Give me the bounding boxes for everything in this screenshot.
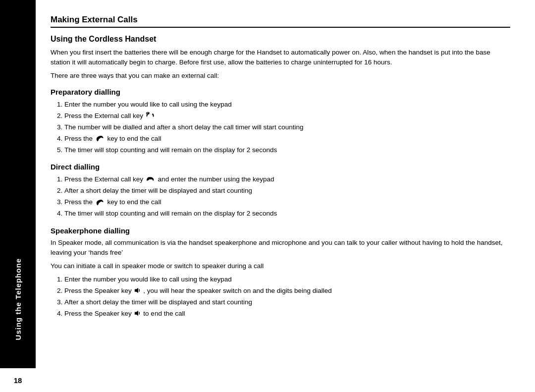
section4-para2: You can initiate a call in speaker mode … [51,261,510,271]
list-item: After a short delay the timer will be di… [64,185,510,197]
section1-para2: There are three ways that you can make a… [51,71,510,81]
list-item: Press the key to end the call [64,197,510,208]
svg-marker-1 [134,311,138,316]
main-content: Making External Calls Using the Cordless… [36,0,535,392]
section1-title: Using the Cordless Handset [51,35,510,44]
section2-title: Preparatory dialling [51,88,510,96]
list-item: Enter the number you would like to call … [64,99,510,111]
list-item: After a short delay the timer will be di… [64,297,510,308]
list-item: Press the External call key [64,111,510,122]
section4-para1: In Speaker mode, all communication is vi… [51,238,510,258]
sidebar-label: Using the Telephone [14,258,22,340]
list-item: Press the External call key and enter th… [64,174,510,185]
page-title: Making External Calls [51,15,510,28]
call-icon-2 [145,176,156,183]
section4-list: Enter the number you would like to call … [64,274,510,320]
list-item: The number will be dialled and after a s… [64,122,510,133]
section1-para1: When you first insert the batteries ther… [51,48,510,68]
list-item: Press the key to end the call [64,133,510,145]
svg-marker-0 [134,288,138,293]
list-item: Press the Speaker key to end the call [64,308,510,320]
list-item: The timer will stop counting and will re… [64,145,510,156]
speaker-icon-2 [134,310,142,317]
end-call-icon-2 [95,199,106,206]
page-number-area: 18 [0,367,36,392]
sidebar-black: Using the Telephone [0,0,36,367]
list-item: Enter the number you would like to call … [64,274,510,285]
left-sidebar: Using the Telephone 18 [0,0,36,392]
list-item: The timer will stop counting and will re… [64,208,510,220]
call-icon [145,112,156,119]
speaker-icon [134,287,142,294]
end-call-icon [95,135,106,142]
section4-title: Speakerphone dialling [51,226,510,235]
section3-title: Direct dialling [51,163,510,171]
section2-list: Enter the number you would like to call … [64,99,510,156]
page-number: 18 [14,376,22,385]
list-item: Press the Speaker key , you will hear th… [64,285,510,297]
section3-list: Press the External call key and enter th… [64,174,510,220]
